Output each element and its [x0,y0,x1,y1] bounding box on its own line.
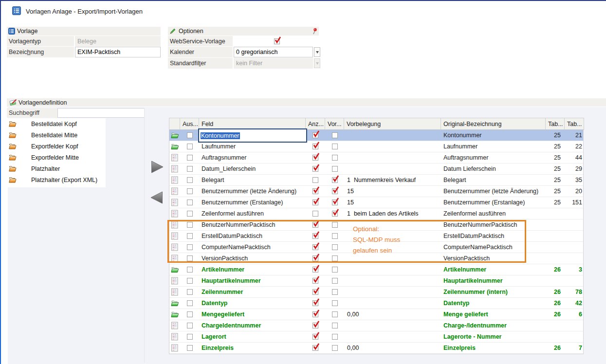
aus-checkbox[interactable] [187,177,193,183]
folder-item[interactable]: Platzhalter [7,163,106,174]
feld-cell[interactable]: Laufnummer [199,141,306,152]
aus-checkbox[interactable] [187,188,193,194]
tab2-cell[interactable]: 44 [565,152,584,163]
vorbelegung-cell[interactable] [344,242,441,253]
vorbelegung-cell[interactable]: 0,00 [344,343,441,353]
table-row[interactable]: Benutzernummer (letzte Änderung)15Benutz… [169,186,583,197]
aus-checkbox[interactable] [187,233,193,239]
aus-checkbox[interactable] [187,255,193,261]
aus-checkbox[interactable] [187,222,193,228]
feld-cell[interactable]: BenutzerNummerPacktisch [199,219,306,230]
folder-item[interactable]: Exportfelder Kopf [7,141,106,152]
original-bezeichnung-cell[interactable]: Belegart [441,175,546,185]
aus-checkbox[interactable] [187,278,193,284]
table-row[interactable]: LagerortLagerorte - Nummer [169,331,583,343]
tab2-cell[interactable]: 7 [565,343,584,353]
original-bezeichnung-cell[interactable]: Kontonummer [441,130,546,141]
table-row[interactable]: Benutzernummer (Erstanlage)15Benutzernum… [169,197,583,208]
tab1-cell[interactable] [546,242,565,253]
tab1-cell[interactable] [546,219,565,230]
vorbelegung-checkbox[interactable] [332,267,338,273]
tab2-cell[interactable]: 42 [565,298,584,309]
feld-cell[interactable]: Hauptartikelnummer [199,275,306,286]
feld-cell[interactable]: ErstellDatumPacktisch [199,231,306,241]
vorbelegung-cell[interactable] [344,152,441,163]
original-bezeichnung-cell[interactable]: BenutzerNummerPacktisch [441,219,546,230]
tab2-cell[interactable]: 29 [565,164,584,174]
tab1-cell[interactable] [546,208,565,219]
tab1-cell[interactable] [546,320,565,331]
original-bezeichnung-cell[interactable]: Menge geliefert [441,309,546,320]
tab2-cell[interactable]: 22 [565,141,584,152]
aus-checkbox[interactable] [187,289,193,295]
tab1-cell[interactable] [546,253,565,264]
tab1-cell[interactable]: 25 [546,152,565,163]
vorbelegung-cell[interactable] [344,231,441,241]
vorbelegung-checkbox[interactable] [332,289,338,295]
tab1-cell[interactable]: 26 [546,264,565,275]
table-row[interactable]: BenutzerNummerPacktischBenutzerNummerPac… [169,219,583,231]
tab1-cell[interactable]: 25 [546,175,565,185]
vorbelegung-cell[interactable]: 15 [344,186,441,197]
feld-cell[interactable]: Belegart [199,175,306,185]
tab2-cell[interactable] [565,242,584,253]
vorbelegung-cell[interactable] [344,331,441,342]
folder-item[interactable]: Bestelldatei Mitte [7,129,106,141]
aus-checkbox[interactable] [187,200,193,205]
feld-cell[interactable]: Zeilennummer [199,287,306,297]
table-row[interactable]: ComputerNamePacktischComputerNamePacktis… [169,242,583,253]
vorbelegung-checkbox[interactable] [332,345,338,351]
anzeigen-checkbox[interactable] [312,311,318,317]
anzeigen-checkbox[interactable] [312,166,318,172]
tab1-cell[interactable]: 25 [546,197,565,208]
original-bezeichnung-cell[interactable]: Benutzernummer (letzte Änderung) [441,186,546,197]
table-row[interactable]: DatentypDatentyp2642 [169,298,583,309]
vorbelegung-checkbox[interactable] [332,200,338,205]
table-row[interactable]: AuftragsnummerAuftragsnummer2544 [169,152,583,164]
original-bezeichnung-cell[interactable]: Auftragsnummer [441,152,546,163]
tab2-cell[interactable]: 78 [565,287,584,297]
feld-cell[interactable]: Datum_Lieferschein [199,164,306,174]
table-row[interactable]: Einzelpreis0,00Einzelpreis267 [169,343,583,354]
tab2-cell[interactable] [565,253,584,264]
tab1-cell[interactable]: 25 [546,141,565,152]
webservice-checkbox[interactable] [274,38,280,44]
vorbelegung-cell[interactable] [344,320,441,331]
aus-checkbox[interactable] [187,155,193,161]
anzeigen-checkbox[interactable] [312,222,318,228]
column-header[interactable]: Tab... [565,118,584,130]
folder-item[interactable]: Exportfelder Mitte [7,152,106,163]
vorbelegung-checkbox[interactable] [332,132,338,138]
anzeigen-checkbox[interactable] [312,200,318,205]
tab2-cell[interactable] [565,208,584,219]
original-bezeichnung-cell[interactable]: ComputerNamePacktisch [441,242,546,253]
feld-cell[interactable]: ComputerNamePacktisch [199,242,306,253]
vorbelegung-checkbox[interactable] [332,323,338,328]
vorbelegung-checkbox[interactable] [332,278,338,284]
feld-cell[interactable]: Chargeldentnummer [199,320,306,331]
vorbelegung-checkbox[interactable] [332,155,338,161]
column-header[interactable]: Vorbelegung [344,118,441,130]
tab2-cell[interactable]: 20 [565,186,584,197]
aus-checkbox[interactable] [187,267,193,273]
original-bezeichnung-cell[interactable]: Einzelpreis [441,343,546,353]
vorbelegung-cell[interactable] [344,298,441,309]
aus-checkbox[interactable] [187,132,193,138]
feld-cell[interactable]: Datentyp [199,298,306,309]
original-bezeichnung-cell[interactable]: Zeilenformel ausführen [441,208,546,219]
feld-cell[interactable]: Lagerort [199,331,306,342]
anzeigen-checkbox[interactable] [312,323,318,328]
vorbelegung-checkbox[interactable] [332,244,338,250]
aus-checkbox[interactable] [187,166,193,172]
column-header[interactable] [169,118,180,130]
table-row[interactable]: Zeilenformel ausführen1 beim Laden des A… [169,208,583,219]
table-row[interactable]: Datum_LieferscheinDatum Lieferschein2529 [169,164,583,175]
column-header[interactable]: Anz... [306,118,325,130]
tab2-cell[interactable]: 35 [565,175,584,185]
tab1-cell[interactable]: 25 [546,130,565,141]
anzeigen-checkbox[interactable] [312,188,318,194]
original-bezeichnung-cell[interactable]: Laufnummer [441,141,546,152]
vorbelegung-cell[interactable]: 0,00 [344,309,441,320]
column-header[interactable]: Vor... [325,118,344,130]
vorbelegung-checkbox[interactable] [332,334,338,340]
